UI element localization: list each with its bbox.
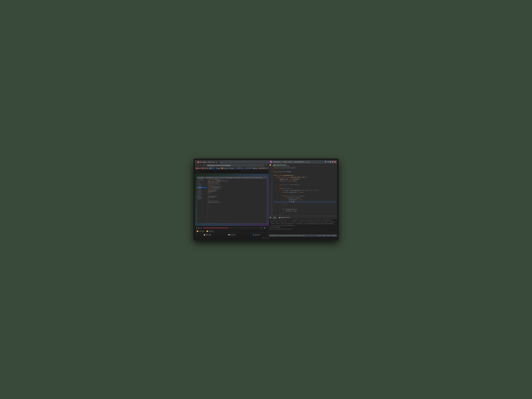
file-tab-randomapitest[interactable]: ☕ RandomAPITest.java × <box>272 164 290 166</box>
play-btn[interactable]: ▶ <box>198 227 200 229</box>
browser-panel: 패스트캠퍼스 온라인 강의 - 조... × + ← → ↺ fastcampu… <box>195 160 269 237</box>
ln-1: 1 <box>269 167 272 169</box>
code-l25: } <box>274 212 336 214</box>
file-tab-label: RandomAPITest.java <box>275 164 286 166</box>
address-bar[interactable]: fastcampus.co.kr/courses/214390/clips/ <box>206 164 265 166</box>
ln-10: 10 <box>269 183 272 185</box>
bookmark-naver-dict[interactable]: 네이버 사전 <box>244 167 252 169</box>
prev-lecture-btn[interactable]: ⏪ 이전 강의 <box>196 230 204 232</box>
fullscreen-icon[interactable]: ⛶ <box>266 227 268 229</box>
mini-code-11: isDuplicate=true; <box>208 191 266 192</box>
tab-favicon <box>197 161 199 163</box>
back-button[interactable]: ← <box>196 164 199 166</box>
run-header: ▶ Run ☕ RandomAPITest × <box>269 216 337 219</box>
bookmark-naver-map[interactable]: 네이버 지도 <box>235 167 243 169</box>
java-file-icon: ☕ <box>273 164 275 166</box>
bookmark-translate-label: 번역 <box>211 167 214 169</box>
ide-sidebar-mini: ▾ FastCampus ▾ src ▾ fc ▾ java ▾ course2… <box>197 179 208 223</box>
notice-btn[interactable]: 📋 공지사항 <box>204 234 211 236</box>
lecture-btn[interactable]: 📖 강의소개 <box>228 234 235 236</box>
minimize-btn[interactable] <box>329 161 331 163</box>
code-l8: int[] arr = new int[6]; <box>274 180 336 182</box>
page-back-btn[interactable]: ← <box>196 171 198 173</box>
code-l12: while (i < 6) { <box>274 188 336 190</box>
bookmark-gmail[interactable]: Gmail <box>196 168 201 169</box>
monitor-screen: 패스트캠퍼스 온라인 강의 - 조... × + ← → ↺ fastcampu… <box>195 160 337 237</box>
naver-dict-icon <box>244 168 245 169</box>
run-cmd-line3: fc.java.course2.part1.RandomAPITest <box>270 225 336 227</box>
maximize-btn[interactable] <box>332 161 334 163</box>
bookmark-papago-label: Papago <box>216 168 220 169</box>
ln-13: 13 <box>269 188 272 190</box>
settings-icon[interactable]: ⚙ <box>328 161 329 163</box>
run-tab-close[interactable]: × <box>290 217 291 218</box>
next-lecture-btn[interactable]: ⏩ 다음 강의 <box>206 230 214 232</box>
tab-close-btn[interactable]: × <box>219 162 220 163</box>
sidebar-src: ▾ src <box>197 180 207 182</box>
ln-12: 12 <box>269 187 272 189</box>
bookmark-youtube[interactable]: YouTube <box>202 168 208 169</box>
ln-20: 20 <box>269 201 272 203</box>
new-tab-btn[interactable]: + <box>220 161 223 164</box>
code-l7: Random rand = new Random(); <box>274 178 336 180</box>
mini-code-18: } <box>208 199 266 201</box>
debug-icon[interactable]: 🐛 <box>308 161 310 163</box>
status-crlf: CRLF <box>323 235 325 236</box>
instructor-btn[interactable]: 👤 강사소개 <box>253 234 260 236</box>
sidebar-arraytest: ArrayTest <box>197 193 207 195</box>
project-tree-icon[interactable]: 📁 <box>269 164 271 166</box>
progress-bar[interactable] <box>203 228 259 228</box>
code-l11 <box>274 186 336 188</box>
play-next-btn[interactable]: ⏭ <box>201 227 202 229</box>
play-prev-btn[interactable]: ⏮ <box>196 227 197 229</box>
ide-title-bar: FastCampus - RandomAPITest.java File Edi… <box>197 177 267 179</box>
mini-code-13: } <box>208 193 266 195</box>
run-icon[interactable]: ▶ <box>306 161 307 163</box>
browser-tabs: 패스트캠퍼스 온라인 강의 - 조... × + <box>196 161 268 164</box>
ln-15: 15 <box>269 192 272 194</box>
notice-icon: 📋 <box>204 234 205 235</box>
mini-code-10: if(arr[j]==num){ <box>208 190 266 191</box>
run-tab-file[interactable]: ☕ RandomAPITest × <box>278 216 292 218</box>
search-icon[interactable]: 🔍 <box>325 161 327 163</box>
code-l5: public class RandomAPITest { <box>274 175 336 176</box>
gmail-icon <box>196 168 197 169</box>
run-tab-run[interactable]: Run <box>272 216 277 219</box>
ide-top-bar: FastCampus ∨ Version control ∨ RandomAPI… <box>269 160 337 164</box>
bookmark-papago[interactable]: Papago <box>215 168 220 169</box>
mini-code-5: int i=0; // 저장위치(pos) <box>208 184 266 185</box>
code-l3: import java.util.Random; <box>274 171 336 173</box>
bookmarks-bar: Gmail YouTube 번역 Papago The Java™ Tutori… <box>195 167 269 169</box>
run-content: C:\fcjava\jdk-11\bin\java.exe "-javaagen… <box>269 219 337 234</box>
sidebar-randomapi[interactable]: RandomAPI <box>197 187 207 188</box>
okky-icon <box>253 168 254 169</box>
code-l1: package fc.java.course2.part1; <box>274 167 336 169</box>
close-btn[interactable] <box>334 161 336 163</box>
bookmark-spellcheck[interactable]: 맞춤법 검사기 <box>259 167 268 169</box>
sidebar-part2: ▾ part2 <box>197 188 207 190</box>
mini-code-6: while (i<6){ <box>208 185 266 186</box>
ln-9: 9 <box>269 181 272 183</box>
bookmark-java[interactable]: The Java™ Tutorials <box>222 168 234 169</box>
bookmark-translate[interactable]: 번역 <box>209 167 214 169</box>
ln-3: 3 <box>269 171 272 172</box>
run-cmd-line: C:\fcjava\jdk-11\bin\java.exe "-javaagen… <box>270 219 336 223</box>
monitor-frame: 패스트캠퍼스 온라인 강의 - 조... × + ← → ↺ fastcampu… <box>193 158 339 241</box>
file-tab-close[interactable]: × <box>287 164 288 166</box>
sidebar-project: ▾ FastCampus <box>197 179 207 180</box>
mini-code-15: if(!isDuplicate){ <box>208 196 266 197</box>
intellij-logo <box>270 161 272 163</box>
volume-icon[interactable]: 🔊 <box>264 227 265 229</box>
sidebar-course2: ▾ course2 <box>197 184 207 186</box>
browser-toolbar: ← → ↺ fastcampus.co.kr/courses/214390/cl… <box>195 164 269 167</box>
forward-button[interactable]: → <box>200 164 202 166</box>
window-controls: 🔍 ⚙ <box>325 161 336 163</box>
ln-22: 22 <box>269 204 272 206</box>
code-l26: } <box>274 214 336 216</box>
bookmark-okky[interactable]: OKKY <box>253 168 258 169</box>
ln-21: 21 <box>269 203 272 204</box>
refresh-button[interactable]: ↺ <box>203 164 205 166</box>
code-editor[interactable]: package fc.java.course2.part1; import ja… <box>272 166 337 216</box>
active-tab[interactable]: 패스트캠퍼스 온라인 강의 - 조... × <box>196 161 220 164</box>
page-content: ← 시그니처 백엔드 Path 초격차 패키지 Online. FastCamp… <box>195 169 269 237</box>
